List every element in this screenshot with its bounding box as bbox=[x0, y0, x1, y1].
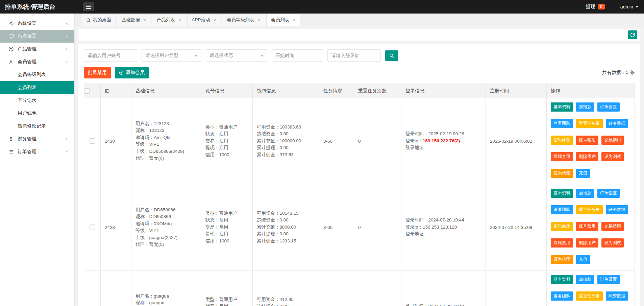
sidebar-item-member-level-list[interactable]: 会员等级列表 bbox=[0, 68, 74, 81]
action-account-change-data[interactable]: 账变数据 bbox=[606, 205, 628, 214]
sidebar-item-member-list[interactable]: 会员列表 bbox=[0, 81, 74, 94]
tab-app-scroll[interactable]: APP滚动× bbox=[187, 14, 221, 26]
info-line: 冻结资金：0.00 bbox=[257, 217, 315, 224]
action-view-team[interactable]: 查看团队 bbox=[551, 119, 573, 128]
tab-desktop[interactable]: 我的桌面 bbox=[81, 14, 116, 26]
monitor-icon bbox=[8, 33, 14, 39]
sidebar-item-user-wallet[interactable]: 用户钱包 bbox=[0, 107, 74, 120]
action-disable-withdraw[interactable]: 提现禁用 bbox=[551, 152, 573, 161]
info-line: 交易：启用 bbox=[205, 138, 248, 145]
sidebar-item-order-management[interactable]: 订单管理 bbox=[0, 145, 74, 158]
withdraw-badge: 0 bbox=[598, 4, 605, 9]
refresh-button[interactable] bbox=[628, 30, 637, 39]
status-select[interactable]: 请选择状态 bbox=[206, 49, 267, 62]
action-order-settings[interactable]: 订单设置 bbox=[597, 102, 620, 112]
action-reset-task-volume[interactable]: 重置任务量 bbox=[576, 119, 603, 128]
list-icon bbox=[8, 149, 14, 155]
member-table: ID基础信息账号信息钱包信息任务情况重置任务次数登录信息注册时间操作 2430用… bbox=[84, 84, 635, 306]
batch-disable-button[interactable]: 批量禁用 bbox=[84, 67, 111, 78]
action-delete-user[interactable]: 删除用户 bbox=[576, 238, 598, 248]
action-reset-task-volume[interactable]: 重置任务量 bbox=[576, 291, 603, 301]
action-basic-profile[interactable]: 基本资料 bbox=[551, 102, 573, 112]
action-disable-account[interactable]: 账号禁用 bbox=[576, 136, 598, 145]
sidebar-subitem-label: 用户钱包 bbox=[18, 110, 36, 116]
info-line: 可用资金：10143.15 bbox=[257, 210, 315, 217]
login-ip-label: 登录ip： bbox=[405, 138, 423, 143]
cell-register-time: 2025-02-19 00:06:02 bbox=[486, 98, 547, 184]
row-checkbox[interactable] bbox=[90, 225, 95, 230]
info-line: 用户名：123123 bbox=[135, 120, 197, 127]
total-count-text: 共有数据：5 条 bbox=[602, 70, 635, 76]
action-change-password[interactable]: 密码修改 bbox=[551, 136, 573, 145]
action-basic-profile[interactable]: 基本资料 bbox=[551, 275, 573, 284]
action-set-agent[interactable]: 设为代理 bbox=[551, 169, 573, 178]
cell-login-info: 登录时间：2025-02-19 00:28登录ip：169.150.222.76… bbox=[401, 98, 486, 184]
withdraw-menu[interactable]: 提现 0 bbox=[586, 4, 605, 10]
sidebar-item-member-management[interactable]: 会员管理 bbox=[0, 55, 74, 68]
info-line: 上级：DD650866(2428) bbox=[135, 148, 197, 155]
info-line: 提现：启用 bbox=[205, 231, 248, 238]
action-adjust-balance[interactable]: 加扣款 bbox=[576, 189, 594, 198]
cell-account-info-block: 类型：普通用户状态：启用 bbox=[205, 296, 248, 306]
close-icon[interactable]: × bbox=[143, 18, 146, 23]
account-input[interactable] bbox=[84, 49, 137, 62]
tab-product-list[interactable]: 产品列表× bbox=[152, 14, 186, 26]
user-menu[interactable]: admin bbox=[620, 4, 639, 9]
action-adjust-balance[interactable]: 加扣款 bbox=[576, 102, 594, 112]
info-line: 昵称：DD650866 bbox=[135, 213, 197, 220]
cell-login-info: 登录时间：2024-07-28 10:44登录ip：156.253.128.12… bbox=[401, 184, 486, 270]
sidebar-item-system-settings[interactable]: 系统设置 bbox=[0, 17, 74, 30]
action-set-agent[interactable]: 设为代理 bbox=[551, 255, 573, 264]
sidebar-item-score-records[interactable]: 下分记录 bbox=[0, 94, 74, 107]
column-header: ID bbox=[101, 84, 131, 98]
cell-id bbox=[101, 270, 131, 306]
start-time-input[interactable] bbox=[272, 49, 323, 62]
action-recharge[interactable]: 充值 bbox=[576, 169, 590, 178]
action-disable-trade[interactable]: 交易禁用 bbox=[601, 136, 624, 145]
action-adjust-balance[interactable]: 加扣款 bbox=[576, 275, 594, 284]
action-view-team[interactable]: 查看团队 bbox=[551, 205, 573, 214]
user-type-select[interactable]: 请选择用户类型 bbox=[142, 49, 201, 62]
close-icon[interactable]: × bbox=[293, 18, 296, 23]
action-view-team[interactable]: 查看团队 bbox=[551, 291, 573, 301]
column-header: 基础信息 bbox=[131, 84, 201, 98]
cell-account-info-block: 类型：普通用户状态：启用交易：启用提现：启用信用：1000 bbox=[205, 210, 248, 245]
add-member-button[interactable]: 添加会员 bbox=[115, 67, 149, 78]
action-set-test[interactable]: 设为测试 bbox=[601, 152, 624, 161]
action-order-settings[interactable]: 订单设置 bbox=[597, 189, 620, 198]
row-checkbox[interactable] bbox=[90, 138, 95, 144]
action-disable-account[interactable]: 账号禁用 bbox=[576, 222, 598, 231]
action-delete-user[interactable]: 删除用户 bbox=[576, 152, 598, 161]
action-basic-profile[interactable]: 基本资料 bbox=[551, 189, 573, 198]
action-recharge[interactable]: 充值 bbox=[576, 255, 590, 264]
action-reset-task-volume[interactable]: 重置任务量 bbox=[576, 205, 603, 214]
cell-account-info-block: 类型：普通用户状态：启用交易：启用提现：启用信用：1000 bbox=[205, 124, 248, 159]
actions-row: 密码修改账号禁用交易禁用 bbox=[551, 222, 630, 231]
login-ip-input[interactable] bbox=[327, 49, 381, 62]
cell-task: 3-60 bbox=[319, 184, 354, 270]
sidebar-item-site-settings[interactable]: 站点设置 bbox=[0, 30, 74, 43]
sidebar-item-product-management[interactable]: 产品管理 bbox=[0, 43, 74, 55]
tab-basic-data[interactable]: 基础数据× bbox=[117, 14, 151, 26]
sidebar-toggle-button[interactable] bbox=[83, 2, 94, 11]
tab-label: 会员列表 bbox=[271, 17, 289, 23]
close-icon[interactable]: × bbox=[257, 18, 261, 23]
action-change-password[interactable]: 密码修改 bbox=[551, 222, 573, 231]
select-arrow-icon bbox=[195, 55, 198, 57]
action-account-change-data[interactable]: 账变数据 bbox=[606, 119, 628, 128]
close-icon[interactable]: × bbox=[178, 18, 181, 23]
tab-member-level-list[interactable]: 会员等级列表× bbox=[222, 14, 265, 26]
sidebar-item-finance-management[interactable]: 财务管理 bbox=[0, 133, 74, 145]
tab-member-list[interactable]: 会员列表× bbox=[266, 14, 300, 26]
action-account-change-data[interactable]: 账变数据 bbox=[606, 291, 628, 301]
action-disable-withdraw[interactable]: 提现禁用 bbox=[551, 238, 573, 248]
search-button[interactable] bbox=[385, 50, 398, 61]
select-all-checkbox[interactable] bbox=[84, 88, 90, 94]
sidebar-item-wallet-modify-records[interactable]: 钱包修改记录 bbox=[0, 120, 74, 133]
sidebar-item-label: 产品管理 bbox=[18, 46, 65, 52]
close-icon[interactable]: × bbox=[214, 18, 217, 23]
action-disable-trade[interactable]: 交易禁用 bbox=[601, 222, 624, 231]
action-set-test[interactable]: 设为测试 bbox=[601, 238, 624, 248]
row-checkbox-cell bbox=[84, 184, 101, 270]
action-order-settings[interactable]: 订单设置 bbox=[597, 275, 620, 284]
